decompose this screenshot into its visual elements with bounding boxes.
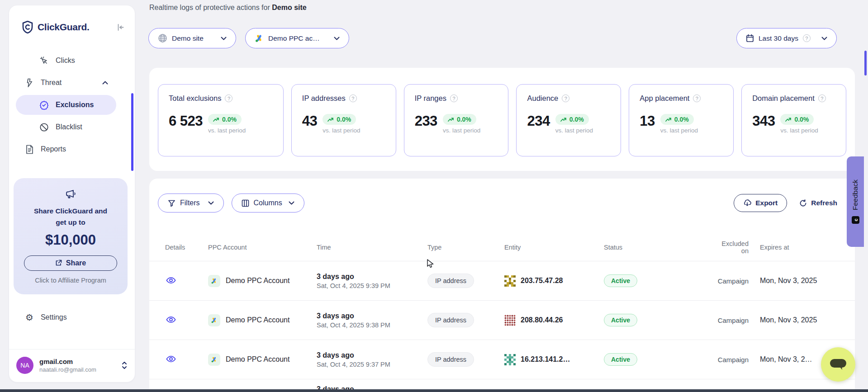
- sidebar-scrollbar[interactable]: [131, 93, 133, 171]
- collapse-sidebar-icon[interactable]: [116, 23, 125, 32]
- stat-delta: 0.0%: [674, 116, 689, 123]
- promo-line-2: get up to: [14, 217, 128, 228]
- cursor-click-icon: [39, 56, 49, 66]
- stat-compare: vs. last period: [323, 127, 360, 134]
- cloud-download-icon: [743, 199, 751, 207]
- exclusions-table-panel: Filters Columns Export Refresh Details P…: [149, 179, 855, 392]
- stats-panel: Total exclusions? 6 523 0.0% vs. last pe…: [149, 68, 855, 171]
- megaphone-icon: [65, 188, 77, 199]
- trend-up-icon: [665, 117, 672, 122]
- subtitle-site-name: Demo site: [272, 4, 306, 11]
- chevron-down-icon: [821, 37, 827, 40]
- eye-icon: [166, 355, 176, 363]
- col-header-details: Details: [165, 244, 208, 251]
- feedback-label: Feedback: [851, 179, 859, 210]
- stat-delta: 0.0%: [337, 116, 351, 123]
- stat-value: 43: [302, 114, 317, 129]
- col-header-time: Time: [317, 244, 427, 251]
- stat-value: 6 523: [169, 114, 203, 129]
- chevron-down-icon: [221, 37, 227, 40]
- help-icon: ?: [818, 94, 826, 102]
- chevron-down-icon: [334, 37, 340, 40]
- gear-icon: ⚙: [25, 313, 33, 322]
- exclusions-table: Details PPC Account Time Type Entity Sta…: [149, 233, 855, 392]
- stat-label: Domain placement: [752, 94, 815, 103]
- eye-icon: [166, 316, 176, 323]
- feedback-tab[interactable]: Feedback c: [847, 156, 864, 247]
- cell-entity-value: 208.80.44.26: [521, 316, 563, 324]
- view-details-button[interactable]: [165, 315, 177, 324]
- date-range-selector[interactable]: Last 30 days ?: [736, 28, 837, 48]
- stat-value: 233: [415, 114, 437, 129]
- cell-expires-at: Mon, Nov 3, 2025: [749, 277, 855, 285]
- view-details-button[interactable]: [165, 354, 177, 364]
- columns-icon: [242, 199, 249, 207]
- trend-up-icon: [327, 117, 334, 122]
- cell-excluded-on: Campaign: [697, 277, 749, 285]
- external-link-icon: [55, 260, 62, 266]
- site-selector[interactable]: Demo site: [148, 28, 236, 48]
- sidebar-item-threat[interactable]: Threat: [16, 73, 116, 93]
- chevron-up-icon: [102, 81, 108, 85]
- ppc-account-selector-value: Demo PPC ac…: [268, 34, 320, 43]
- sidebar-item-clicks[interactable]: Clicks: [16, 51, 116, 71]
- brand-name: ClickGuard.: [38, 22, 90, 33]
- chat-button[interactable]: [821, 347, 855, 382]
- lightning-icon: [25, 78, 34, 88]
- site-selector-value: Demo site: [172, 34, 204, 43]
- stat-card-app-placement: App placement? 13 0.0% vs. last period: [629, 84, 734, 156]
- cell-entity-value: 203.75.47.28: [521, 277, 563, 285]
- sidebar-item-settings[interactable]: ⚙ Settings: [16, 307, 128, 327]
- filters-button[interactable]: Filters: [158, 194, 224, 213]
- globe-icon: [158, 33, 167, 43]
- promo-line-1: Share ClickGuard and: [14, 206, 128, 217]
- share-button[interactable]: Share: [24, 255, 117, 271]
- col-header-status: Status: [604, 244, 697, 251]
- help-icon: ?: [803, 34, 811, 42]
- type-badge: IP address: [427, 274, 474, 288]
- subtitle-text: Realtime logs of protective actions for: [149, 4, 270, 11]
- stat-label: Audience: [527, 94, 558, 103]
- help-icon: ?: [450, 94, 458, 102]
- report-icon: [25, 145, 34, 154]
- google-ads-icon: [208, 275, 220, 287]
- stat-delta: 0.0%: [222, 116, 237, 123]
- trend-up-icon: [213, 117, 219, 122]
- export-button-label: Export: [755, 199, 778, 207]
- cell-time-relative: 3 days ago: [317, 351, 427, 359]
- cell-time-relative: 3 days ago: [317, 312, 427, 320]
- affiliate-link[interactable]: Click to Affiliate Program: [14, 277, 128, 284]
- cell-ppc-account: Demo PPC Account: [226, 316, 289, 324]
- filters-button-label: Filters: [180, 199, 200, 207]
- type-badge: IP address: [427, 313, 474, 327]
- stat-card-total-exclusions: Total exclusions? 6 523 0.0% vs. last pe…: [158, 84, 284, 156]
- columns-button-label: Columns: [254, 199, 282, 207]
- trend-up-icon: [448, 117, 454, 122]
- stat-compare: vs. last period: [660, 127, 698, 134]
- stat-label: App placement: [640, 94, 689, 103]
- table-toolbar: Filters Columns Export Refresh: [149, 179, 855, 213]
- ppc-account-selector[interactable]: Demo PPC ac…: [245, 28, 349, 48]
- stat-compare: vs. last period: [780, 127, 818, 134]
- status-badge: Active: [604, 274, 637, 287]
- sidebar-item-reports[interactable]: Reports: [16, 139, 116, 159]
- sidebar-item-label: Clicks: [56, 57, 75, 65]
- account-email: naatali.ro@gmail.com: [39, 366, 96, 373]
- clickguard-shield-icon: [22, 21, 33, 33]
- sidebar-item-blacklist[interactable]: Blacklist: [16, 117, 116, 137]
- stat-label: Total exclusions: [169, 94, 221, 103]
- account-switcher[interactable]: NA gmail.com naatali.ro@gmail.com: [9, 349, 135, 382]
- page-scrollbar-thumb[interactable]: [864, 51, 867, 76]
- entity-identicon-icon: [504, 275, 516, 287]
- cell-entity-value: 16.213.141.2…: [521, 355, 570, 364]
- date-range-value: Last 30 days: [759, 34, 798, 43]
- export-button[interactable]: Export: [734, 194, 787, 212]
- sidebar-item-exclusions[interactable]: Exclusions: [16, 95, 116, 115]
- chevron-up-down-icon[interactable]: [121, 361, 128, 370]
- table-header-row: Details PPC Account Time Type Entity Sta…: [149, 233, 855, 261]
- refresh-button[interactable]: Refresh: [795, 194, 842, 212]
- settings-label: Settings: [41, 313, 67, 321]
- view-details-button[interactable]: [165, 276, 177, 285]
- col-header-entity: Entity: [504, 244, 604, 251]
- columns-button[interactable]: Columns: [232, 194, 304, 213]
